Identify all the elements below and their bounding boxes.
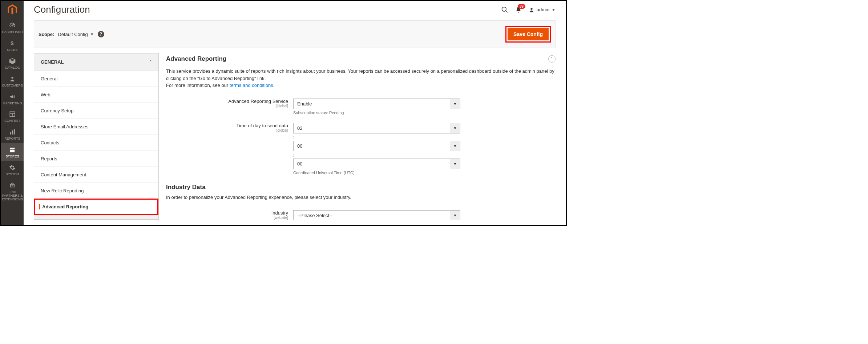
nav-reports-label: REPORTS bbox=[4, 137, 20, 141]
store-icon bbox=[8, 146, 16, 154]
time-scope: [global] bbox=[166, 128, 288, 132]
dollar-icon: $ bbox=[8, 39, 16, 47]
config-item-reports[interactable]: Reports bbox=[34, 151, 158, 167]
user-icon bbox=[529, 7, 534, 13]
person-icon bbox=[8, 75, 16, 83]
chevron-down-icon: ▼ bbox=[450, 210, 460, 220]
time-colon2: : bbox=[293, 151, 460, 159]
field-time-label: Time of day to send data [global] bbox=[166, 123, 293, 132]
config-items: General Web Currency Setup Store Email A… bbox=[34, 71, 158, 215]
terms-link[interactable]: terms and conditions bbox=[230, 83, 273, 88]
nav-partners[interactable]: FIND PARTNERS & EXTENSIONS bbox=[1, 179, 24, 204]
nav-content-label: CONTENT bbox=[4, 119, 20, 123]
industry-select[interactable]: --Please Select-- ▼ bbox=[293, 210, 460, 220]
config-item-new-relic[interactable]: New Relic Reporting bbox=[34, 183, 158, 199]
svg-text:$: $ bbox=[11, 40, 13, 46]
chevron-down-icon: ▼ bbox=[450, 159, 460, 169]
section-title: Advanced Reporting bbox=[166, 55, 226, 63]
industry-scope: [website] bbox=[166, 216, 288, 220]
config-group-label: GENERAL bbox=[41, 59, 64, 65]
nav-sales[interactable]: $ SALES bbox=[1, 36, 24, 54]
top-icons: 39 admin ▼ bbox=[501, 6, 556, 13]
nav-system[interactable]: SYSTEM bbox=[1, 161, 24, 179]
settings-panel: Advanced Reporting ˄ This service provid… bbox=[159, 53, 556, 220]
page-title: Configuration bbox=[34, 4, 90, 15]
admin-label: admin bbox=[537, 7, 549, 12]
desc-line1: This service provides a dynamic suite of… bbox=[166, 68, 554, 81]
nav-dashboard-label: DASHBOARD bbox=[2, 31, 23, 34]
topbar: Configuration 39 admin ▼ bbox=[24, 1, 566, 18]
magento-logo[interactable] bbox=[1, 1, 24, 19]
time-colon1: : bbox=[293, 133, 460, 141]
chevron-down-icon: ▼ bbox=[450, 141, 460, 151]
notifications-button[interactable]: 39 bbox=[515, 6, 522, 13]
save-config-button[interactable]: Save Config bbox=[508, 28, 549, 40]
nav-stores-label: STORES bbox=[6, 155, 19, 159]
layout-icon bbox=[8, 110, 16, 118]
megaphone-icon bbox=[8, 93, 16, 101]
time-hour-value: 02 bbox=[293, 123, 450, 133]
service-select[interactable]: Enable ▼ bbox=[293, 99, 460, 109]
scope-selector[interactable]: Default Config ▼ bbox=[58, 32, 94, 37]
time-min-value: 00 bbox=[293, 141, 450, 151]
nav-customers[interactable]: CUSTOMERS bbox=[1, 72, 24, 90]
admin-account-dropdown[interactable]: admin ▼ bbox=[529, 7, 556, 13]
search-icon[interactable] bbox=[501, 6, 508, 13]
nav-reports[interactable]: REPORTS bbox=[1, 125, 24, 143]
time-min-select[interactable]: 00 ▼ bbox=[293, 141, 460, 151]
field-service: Advanced Reporting Service [global] Enab… bbox=[166, 91, 556, 115]
nav-customers-label: CUSTOMERS bbox=[2, 84, 23, 88]
industry-desc: In order to personalize your Advanced Re… bbox=[166, 194, 556, 203]
content-area: GENERAL ˄ General Web Currency Setup Sto… bbox=[24, 48, 566, 225]
config-item-general[interactable]: General bbox=[34, 71, 158, 87]
nav-dashboard[interactable]: DASHBOARD bbox=[1, 19, 24, 36]
config-item-content-mgmt[interactable]: Content Management bbox=[34, 167, 158, 183]
config-item-advanced-reporting-wrap: Advanced Reporting bbox=[34, 199, 158, 215]
service-select-value: Enable bbox=[293, 99, 450, 109]
nav-system-label: SYSTEM bbox=[5, 173, 19, 176]
field-service-control: Enable ▼ Subscription status: Pending bbox=[293, 99, 460, 115]
svg-point-10 bbox=[502, 7, 506, 11]
svg-point-12 bbox=[530, 8, 532, 9]
config-item-store-email[interactable]: Store Email Addresses bbox=[34, 119, 158, 135]
section-advanced-reporting-head[interactable]: Advanced Reporting ˄ bbox=[166, 53, 556, 68]
scope-left: Scope: Default Config ▼ ? bbox=[39, 31, 104, 37]
nav-catalog-label: CATALOG bbox=[5, 66, 20, 70]
desc-line2-prefix: For more information, see our bbox=[166, 83, 230, 88]
industry-label-text: Industry bbox=[271, 210, 288, 216]
field-service-label: Advanced Reporting Service [global] bbox=[166, 99, 293, 108]
config-nav: GENERAL ˄ General Web Currency Setup Sto… bbox=[34, 53, 159, 220]
chevron-down-icon: ▼ bbox=[450, 99, 460, 109]
svg-rect-5 bbox=[10, 132, 11, 135]
nav-marketing-label: MARKETING bbox=[3, 102, 22, 105]
time-sec-select[interactable]: 00 ▼ bbox=[293, 159, 460, 169]
config-item-currency[interactable]: Currency Setup bbox=[34, 103, 158, 119]
nav-marketing[interactable]: MARKETING bbox=[1, 90, 24, 108]
field-industry-control: --Please Select-- ▼ bbox=[293, 210, 460, 220]
time-note: Coordinated Universal Time (UTC) bbox=[293, 169, 460, 175]
config-group-general[interactable]: GENERAL ˄ bbox=[34, 53, 158, 71]
chevron-down-icon: ▼ bbox=[552, 8, 556, 12]
field-industry-label: Industry [website] bbox=[166, 210, 293, 220]
collapse-icon[interactable]: ˄ bbox=[548, 55, 556, 63]
config-item-web[interactable]: Web bbox=[34, 87, 158, 103]
service-note: Subscription status: Pending bbox=[293, 109, 460, 115]
config-item-advanced-reporting[interactable]: Advanced Reporting bbox=[34, 199, 158, 215]
partners-icon bbox=[8, 181, 16, 189]
bar-chart-icon bbox=[8, 128, 16, 136]
scope-help-icon[interactable]: ? bbox=[98, 31, 104, 37]
nav-stores[interactable]: STORES bbox=[1, 143, 24, 161]
nav-catalog[interactable]: CATALOG bbox=[1, 54, 24, 72]
field-industry: Industry [website] --Please Select-- ▼ bbox=[166, 202, 556, 220]
gear-icon bbox=[8, 164, 16, 172]
time-hour-select[interactable]: 02 ▼ bbox=[293, 123, 460, 133]
admin-sidebar: DASHBOARD $ SALES CATALOG CUSTOMERS MARK… bbox=[1, 1, 24, 225]
save-highlight: Save Config bbox=[505, 26, 551, 43]
config-item-contacts[interactable]: Contacts bbox=[34, 135, 158, 151]
desc-line2-suffix: . bbox=[273, 83, 275, 88]
nav-content[interactable]: CONTENT bbox=[1, 107, 24, 125]
chevron-up-icon: ˄ bbox=[150, 60, 152, 64]
industry-select-value: --Please Select-- bbox=[293, 210, 450, 220]
app-root: DASHBOARD $ SALES CATALOG CUSTOMERS MARK… bbox=[0, 0, 567, 226]
svg-line-11 bbox=[505, 11, 507, 12]
